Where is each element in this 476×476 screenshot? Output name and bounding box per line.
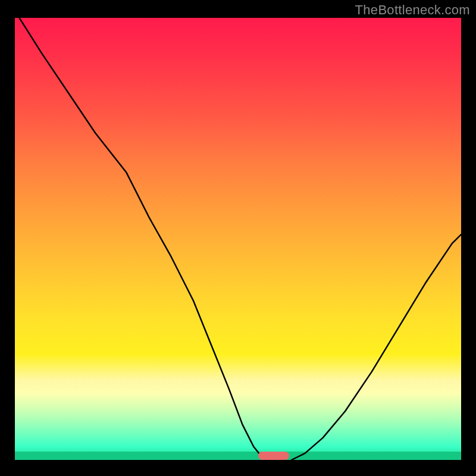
bottleneck-curve [15,18,461,460]
plot-area [15,18,461,460]
watermark-text: TheBottleneck.com [355,2,470,18]
chart-frame: TheBottleneck.com [0,0,476,476]
optimal-marker [258,452,289,460]
